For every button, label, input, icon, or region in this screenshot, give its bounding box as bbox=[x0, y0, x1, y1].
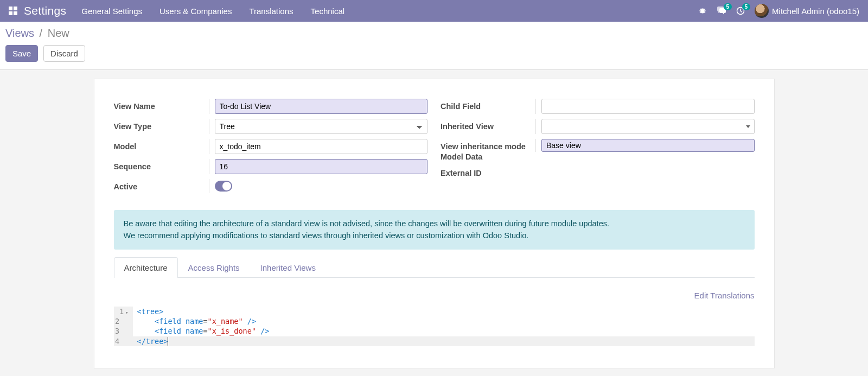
label-inheritance-mode: View inheritance mode bbox=[441, 139, 535, 151]
label-view-type: View Type bbox=[114, 119, 209, 131]
active-toggle[interactable] bbox=[215, 181, 232, 192]
label-model: Model bbox=[114, 139, 209, 151]
tab-access-rights[interactable]: Access Rights bbox=[178, 257, 250, 278]
top-navbar: Settings General Settings Users & Compan… bbox=[0, 0, 868, 22]
svg-line-3 bbox=[700, 9, 701, 10]
fold-icon[interactable]: ▾ bbox=[125, 310, 128, 315]
arch-code-editor[interactable]: 1▾ <tree> 2 <field name="x_name" /> 3 <f… bbox=[114, 307, 755, 346]
apps-icon[interactable] bbox=[9, 7, 17, 15]
debug-icon[interactable] bbox=[698, 7, 707, 15]
label-active: Active bbox=[114, 179, 209, 191]
inherited-view-input[interactable] bbox=[541, 119, 755, 134]
control-panel: Views / New Save Discard bbox=[0, 22, 868, 69]
label-inherited-view: Inherited View bbox=[441, 119, 535, 131]
svg-line-4 bbox=[704, 9, 705, 10]
model-input[interactable] bbox=[215, 139, 428, 154]
activities-badge: 5 bbox=[742, 3, 751, 10]
avatar-icon bbox=[755, 4, 769, 18]
form-sheet: View Name View Type Tree Model bbox=[94, 79, 775, 368]
child-field-input[interactable] bbox=[541, 99, 755, 114]
breadcrumb: Views / New bbox=[5, 27, 863, 40]
menu-translations[interactable]: Translations bbox=[249, 7, 293, 16]
inheritance-mode-select[interactable]: Base view bbox=[541, 139, 755, 152]
notebook-tabs: Architecture Access Rights Inherited Vie… bbox=[114, 257, 755, 278]
label-sequence: Sequence bbox=[114, 159, 209, 171]
main-menu: General Settings Users & Companies Trans… bbox=[81, 7, 344, 16]
tab-architecture[interactable]: Architecture bbox=[114, 257, 178, 278]
view-name-input[interactable] bbox=[215, 99, 428, 114]
discuss-badge: 5 bbox=[724, 3, 732, 10]
sequence-input[interactable] bbox=[215, 159, 428, 174]
breadcrumb-views[interactable]: Views bbox=[5, 27, 34, 39]
architecture-warning: Be aware that editing the architecture o… bbox=[114, 210, 755, 250]
tab-inherited-views[interactable]: Inherited Views bbox=[250, 257, 326, 278]
label-child-field: Child Field bbox=[441, 99, 535, 111]
svg-line-5 bbox=[700, 12, 701, 14]
label-model-data: Model Data bbox=[441, 152, 535, 161]
menu-users-companies[interactable]: Users & Companies bbox=[159, 7, 232, 16]
label-external-id: External ID bbox=[441, 165, 535, 177]
user-menu[interactable]: Mitchell Admin (odoo15) bbox=[755, 4, 859, 18]
user-name: Mitchell Admin (odoo15) bbox=[772, 7, 859, 16]
breadcrumb-current: New bbox=[48, 27, 69, 39]
discard-button[interactable]: Discard bbox=[43, 45, 85, 62]
label-view-name: View Name bbox=[114, 99, 209, 111]
svg-line-6 bbox=[704, 12, 705, 14]
menu-general-settings[interactable]: General Settings bbox=[81, 7, 142, 16]
save-button[interactable]: Save bbox=[5, 45, 38, 62]
edit-translations-link[interactable]: Edit Translations bbox=[114, 291, 755, 300]
activities-icon[interactable]: 5 bbox=[736, 7, 745, 15]
discuss-icon[interactable]: 5 bbox=[717, 7, 726, 15]
app-brand: Settings bbox=[24, 4, 66, 17]
menu-technical[interactable]: Technical bbox=[311, 7, 345, 16]
view-type-select[interactable]: Tree bbox=[215, 119, 428, 134]
